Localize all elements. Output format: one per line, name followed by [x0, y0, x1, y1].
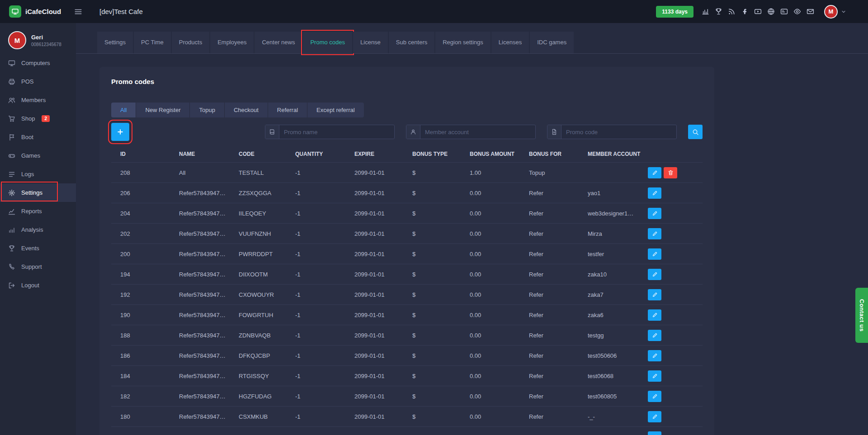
edit-button[interactable] [648, 167, 661, 178]
contact-us-tab[interactable]: Contact us [855, 288, 868, 343]
sidebar-item-games[interactable]: Games [0, 146, 76, 165]
cell-id: 192 [111, 285, 170, 305]
subtab-except-referral[interactable]: Except referral [307, 103, 364, 117]
edit-button[interactable] [648, 370, 661, 382]
tab-promo-codes[interactable]: Promo codes [303, 32, 352, 53]
cell-bonus-type: $ [403, 183, 461, 203]
cell-actions [639, 285, 703, 305]
cell-expire: 2099-01-01 [345, 244, 403, 264]
user-avatar[interactable]: M [824, 5, 838, 19]
edit-button[interactable] [648, 391, 661, 402]
edit-button[interactable] [648, 187, 661, 199]
youtube-icon[interactable] [754, 8, 762, 15]
sidebar-item-reports[interactable]: Reports [0, 202, 76, 220]
cell-bonus-for: Refer [520, 183, 579, 203]
column-header-quantity: QUANTITY [286, 147, 345, 163]
main-tabs: SettingsPC TimeProductsEmployeesCenter n… [76, 32, 868, 54]
subtab-topup[interactable]: Topup [190, 103, 224, 117]
member-account-input[interactable] [420, 125, 535, 139]
tab-region-settings[interactable]: Region settings [435, 32, 491, 53]
cell-id: 184 [111, 366, 170, 386]
cell-id: 206 [111, 183, 170, 203]
cell-quantity: -1 [286, 264, 345, 285]
tab-center-news[interactable]: Center news [255, 32, 302, 53]
promo-row: 186Refer57843947116DFKQJCBP-12099-01-01$… [111, 346, 703, 366]
globe-icon[interactable] [767, 8, 775, 15]
promo-row: 190Refer57843947148FOWGRTUH-12099-01-01$… [111, 305, 703, 325]
eye-icon[interactable] [793, 8, 801, 15]
cell-quantity: -1 [286, 183, 345, 203]
sidebar-item-logs[interactable]: Logs [0, 165, 76, 183]
sidebar-item-support[interactable]: Support [0, 257, 76, 276]
cell-member-account: web3designer1222@... [579, 203, 639, 224]
card-icon[interactable] [780, 8, 788, 15]
avatar-dropdown[interactable] [841, 9, 846, 14]
cell-expire: 2099-01-01 [345, 386, 403, 407]
edit-button[interactable] [648, 208, 661, 219]
cell-bonus-amount: 0.00 [461, 386, 520, 407]
facebook-icon[interactable] [741, 8, 749, 15]
edit-button[interactable] [648, 269, 661, 280]
promo-row: 182Refer57843947108HGZFUDAG-12099-01-01$… [111, 386, 703, 407]
search-button[interactable] [688, 125, 703, 139]
tab-employees[interactable]: Employees [210, 32, 254, 53]
edit-button[interactable] [648, 330, 661, 341]
sidebar-item-settings[interactable]: Settings [0, 183, 76, 202]
subtab-new-register[interactable]: New Register [136, 103, 190, 117]
sidebar-item-shop[interactable]: Shop2 [0, 109, 76, 128]
edit-button[interactable] [648, 248, 661, 260]
cell-expire: 2099-01-01 [345, 346, 403, 366]
logout-icon [8, 282, 15, 289]
cell-actions [639, 407, 703, 427]
sidebar-item-boot[interactable]: Boot [0, 128, 76, 146]
brand-area: iCafeCloud [0, 5, 69, 18]
promo-row: 188Refer57843947118ZDNBVAQB-12099-01-01$… [111, 325, 703, 346]
cell-code: ZZSXQGGA [230, 183, 286, 203]
days-badge[interactable]: 1133 days [656, 6, 693, 18]
sidebar-item-computers[interactable]: Computers [0, 54, 76, 72]
cell-member-account: yao1 [579, 183, 639, 203]
delete-button[interactable] [664, 167, 677, 178]
sidebar-item-events[interactable]: Events [0, 239, 76, 257]
tab-sub-centers[interactable]: Sub centers [389, 32, 434, 53]
sidebar-item-pos[interactable]: POS [0, 72, 76, 91]
subtab-checkout[interactable]: Checkout [225, 103, 268, 117]
edit-button[interactable] [648, 431, 661, 435]
subtab-referral[interactable]: Referral [268, 103, 307, 117]
trophy-icon[interactable] [715, 8, 722, 15]
cell-bonus-for: Refer [520, 346, 579, 366]
tab-idc-games[interactable]: IDC games [530, 32, 574, 53]
mail-icon[interactable] [807, 8, 814, 15]
tab-products[interactable]: Products [172, 32, 209, 53]
tab-pc-time[interactable]: PC Time [134, 32, 171, 53]
cell-id: 202 [111, 224, 170, 244]
edit-button[interactable] [648, 411, 661, 422]
cell-bonus-amount: 0.00 [461, 427, 520, 435]
edit-button[interactable] [648, 228, 661, 239]
column-header-id: ID [111, 147, 170, 163]
sidebar-item-analysis[interactable]: Analysis [0, 220, 76, 239]
cell-bonus-for: Topup [520, 163, 579, 183]
rss-icon[interactable] [728, 8, 736, 15]
promo-code-input[interactable] [561, 125, 676, 139]
edit-button[interactable] [648, 289, 661, 300]
tab-settings[interactable]: Settings [97, 32, 133, 53]
sidebar-item-members[interactable]: Members [0, 91, 76, 109]
tab-license[interactable]: License [353, 32, 388, 53]
sidebar-item-logout[interactable]: Logout [0, 276, 76, 295]
promo-name-input[interactable] [279, 125, 394, 139]
cell-member-account [579, 163, 639, 183]
cell-id: 180 [111, 407, 170, 427]
edit-button[interactable] [648, 309, 661, 321]
cell-bonus-for: Refer [520, 427, 579, 435]
edit-button[interactable] [648, 350, 661, 361]
sidebar-nav: ComputersPOSMembersShop2BootGamesLogsSet… [0, 54, 76, 295]
add-promo-button[interactable] [111, 123, 129, 141]
tab-licenses[interactable]: Licenses [491, 32, 529, 53]
subtab-all[interactable]: All [111, 103, 136, 117]
stats-icon[interactable] [702, 8, 709, 15]
cell-bonus-for: Refer [520, 366, 579, 386]
hamburger-menu-button[interactable] [69, 3, 88, 21]
promo-row: 204Refer57843947290IILEQOEY-12099-01-01$… [111, 203, 703, 224]
cell-member-account: test06063 [579, 427, 639, 435]
